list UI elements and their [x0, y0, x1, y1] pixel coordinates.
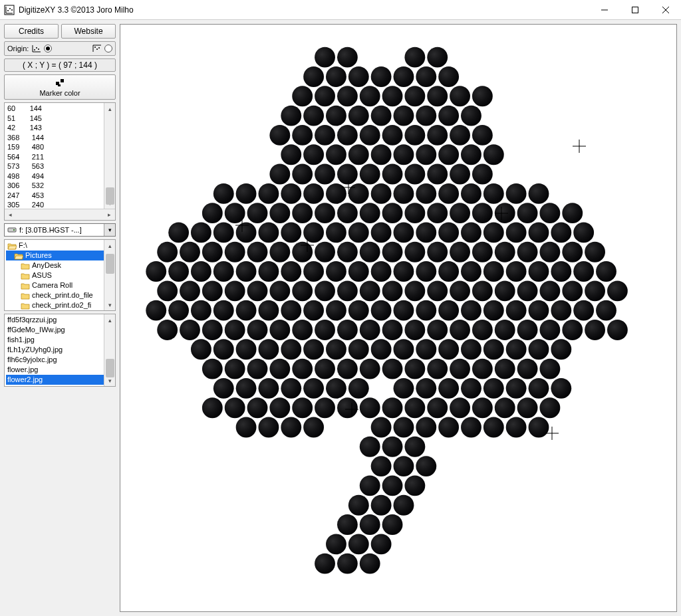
svg-rect-22 — [58, 84, 61, 86]
folder-item[interactable]: check_print.do2_fi — [6, 300, 115, 310]
coord-row[interactable]: 60 144 — [7, 104, 115, 114]
file-item[interactable]: flower.jpg — [6, 365, 115, 375]
svg-point-115 — [562, 203, 583, 223]
scroll-left-icon[interactable]: ◂ — [5, 209, 16, 221]
svg-point-159 — [236, 261, 257, 282]
close-button[interactable] — [650, 0, 681, 20]
svg-point-177 — [180, 280, 200, 301]
svg-point-112 — [495, 203, 515, 223]
folder-item[interactable]: ASUS — [6, 270, 115, 280]
svg-point-48 — [348, 106, 369, 126]
svg-point-173 — [551, 261, 571, 282]
origin-bottom-left-option[interactable] — [31, 44, 52, 53]
svg-point-46 — [303, 106, 324, 126]
svg-point-31 — [348, 66, 369, 87]
scrollbar-vertical[interactable]: ▴ ▾ — [104, 314, 115, 386]
svg-point-181 — [269, 280, 290, 301]
website-button[interactable]: Website — [61, 24, 116, 39]
dropdown-icon[interactable]: ▾ — [104, 224, 115, 236]
coord-row[interactable]: 247 453 — [7, 191, 115, 201]
svg-rect-7 — [632, 7, 638, 13]
folder-item[interactable]: F:\ — [6, 241, 115, 251]
origin-top-left-option[interactable] — [92, 44, 112, 53]
svg-point-116 — [168, 222, 189, 243]
svg-point-330 — [326, 534, 346, 554]
credits-button[interactable]: Credits — [4, 24, 59, 39]
file-item[interactable]: ffd5f3qrzzui.jpg — [6, 315, 115, 325]
svg-point-322 — [382, 475, 403, 496]
svg-point-168 — [438, 261, 459, 282]
svg-point-113 — [517, 203, 538, 223]
scrollbar-vertical[interactable]: ▴ ▾ — [104, 240, 115, 310]
marker-color-label: Marker color — [39, 89, 80, 97]
folder-item[interactable]: Camera Roll — [6, 280, 115, 290]
coord-row[interactable]: 51 145 — [7, 114, 115, 124]
folder-label: ASUS — [32, 270, 52, 280]
svg-point-213 — [506, 300, 527, 321]
svg-point-210 — [438, 300, 459, 321]
file-item[interactable]: flower2.jpg — [6, 375, 115, 385]
file-list[interactable]: ffd5f3qrzzui.jpgffGdeMo_IWw.jpgfish1.jpg… — [4, 314, 116, 387]
svg-rect-23 — [8, 228, 16, 232]
coord-row[interactable]: 306 532 — [7, 181, 115, 191]
svg-point-334 — [337, 554, 358, 574]
minimize-button[interactable] — [589, 0, 620, 20]
coord-row[interactable]: 498 494 — [7, 171, 115, 181]
file-item[interactable]: flh6c9yjolxc.jpg — [6, 355, 115, 365]
svg-point-179 — [225, 280, 245, 301]
svg-point-206 — [348, 300, 369, 321]
coord-row[interactable]: 368 144 — [7, 133, 115, 143]
svg-point-197 — [146, 300, 166, 321]
svg-point-191 — [495, 280, 515, 301]
svg-point-73 — [483, 144, 504, 165]
scroll-down-icon[interactable]: ▾ — [104, 299, 116, 310]
folder-item[interactable]: check_print.do_file — [6, 290, 115, 300]
svg-point-252 — [483, 339, 504, 359]
coord-row[interactable]: 564 211 — [7, 152, 115, 162]
svg-point-198 — [168, 300, 189, 321]
scroll-up-icon[interactable]: ▴ — [104, 314, 116, 326]
image-canvas[interactable] — [120, 24, 677, 612]
file-item[interactable]: fLh1yZUyhg0.jpg — [6, 345, 115, 355]
folder-label: Camera Roll — [32, 280, 72, 290]
svg-point-318 — [371, 456, 392, 476]
maximize-button[interactable] — [620, 0, 650, 20]
svg-point-178 — [202, 280, 223, 301]
svg-point-286 — [551, 378, 571, 399]
scrollbar-thumb[interactable] — [106, 187, 114, 205]
file-item[interactable]: ffGdeMo_IWw.jpg — [6, 325, 115, 335]
svg-point-158 — [213, 261, 234, 282]
coord-row[interactable]: 159 480 — [7, 142, 115, 152]
folder-label: F:\ — [19, 241, 27, 251]
scroll-up-icon[interactable]: ▴ — [104, 103, 116, 114]
scrollbar-thumb[interactable] — [106, 254, 114, 274]
file-item[interactable]: fish1.jpg — [6, 335, 115, 345]
folder-item[interactable]: AnyDesk — [6, 260, 115, 270]
svg-point-184 — [337, 280, 358, 301]
coord-row[interactable]: 573 563 — [7, 161, 115, 171]
coord-row[interactable]: 42 143 — [7, 123, 115, 133]
svg-point-133 — [551, 222, 571, 243]
scrollbar-vertical[interactable]: ▴ ▾ — [104, 103, 115, 209]
svg-point-274 — [259, 378, 279, 399]
scrollbar-thumb[interactable] — [106, 359, 114, 377]
coordinate-list[interactable]: 60 14451 14542 143368 144159 480564 2115… — [4, 102, 116, 221]
scroll-right-icon[interactable]: ▸ — [104, 209, 115, 221]
svg-point-309 — [416, 417, 436, 438]
marker-color-button[interactable]: Marker color — [4, 74, 116, 100]
scroll-up-icon[interactable]: ▴ — [104, 240, 116, 251]
svg-point-176 — [157, 280, 178, 301]
svg-point-122 — [303, 222, 324, 243]
scrollbar-horizontal[interactable]: ◂ ▸ — [5, 209, 115, 220]
folder-icon — [21, 282, 30, 290]
svg-point-156 — [168, 261, 189, 282]
folder-tree[interactable]: F:\PicturesAnyDeskASUSCamera Rollcheck_p… — [4, 239, 116, 311]
svg-point-243 — [281, 339, 301, 359]
drive-selector[interactable]: f: [3.0TB.HGST -...] ▾ — [4, 223, 116, 237]
svg-point-331 — [348, 534, 369, 554]
folder-item[interactable]: Pictures — [6, 251, 115, 260]
svg-point-72 — [461, 144, 481, 165]
svg-point-65 — [303, 144, 324, 165]
svg-point-110 — [450, 203, 470, 223]
svg-point-107 — [382, 203, 403, 223]
